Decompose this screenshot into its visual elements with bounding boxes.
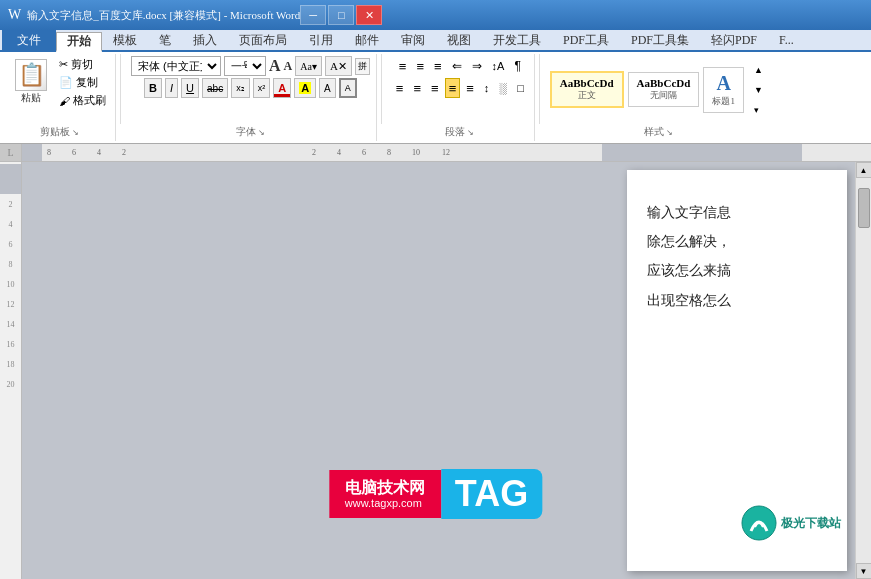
subscript-button[interactable]: x₂ — [231, 78, 250, 98]
font-shading-button[interactable]: A — [319, 78, 336, 98]
document-text[interactable]: 输入文字信息 除怎么解决， 应该怎么来搞 出现空格怎么 — [647, 200, 827, 313]
clipboard-group-label: 剪贴板 ↘ — [40, 123, 79, 139]
minimize-button[interactable]: ─ — [300, 5, 326, 25]
scroll-thumb[interactable] — [858, 188, 870, 228]
divider-2 — [381, 54, 382, 124]
strikethrough-button[interactable]: abc — [202, 78, 228, 98]
clipboard-expand-icon[interactable]: ↘ — [72, 128, 79, 137]
svg-text:6: 6 — [72, 148, 76, 157]
font-expand-icon[interactable]: ↘ — [258, 128, 265, 137]
tab-dev[interactable]: 开发工具 — [482, 30, 552, 50]
styles-content: AaBbCcDd 正文 AaBbCcDd 无间隔 A 标题1 ▲ ▼ ▾ — [550, 56, 767, 123]
shading-button[interactable]: ░ — [495, 78, 511, 98]
vertical-scrollbar[interactable]: ▲ ▼ — [855, 162, 871, 579]
paragraph-group: ≡ ≡ ≡ ⇐ ⇒ ↕A ¶ ≡ ≡ ≡ ≡ ≡ ↕ ░ □ 段落 ↘ — [386, 54, 535, 141]
bold-button[interactable]: B — [144, 78, 162, 98]
font-case-button[interactable]: Aa▾ — [295, 56, 322, 76]
distributed-button[interactable]: ≡ — [462, 78, 478, 98]
scroll-track[interactable] — [856, 178, 871, 563]
watermark-tag: TAG — [441, 469, 542, 519]
clear-format-button[interactable]: A✕ — [325, 56, 352, 76]
multilevel-button[interactable]: ≡ — [430, 56, 446, 76]
tab-view[interactable]: 视图 — [436, 30, 482, 50]
copy-icon: 📄 — [59, 76, 73, 89]
tab-pdf1[interactable]: PDF工具 — [552, 30, 620, 50]
copy-button[interactable]: 📄 复制 — [56, 74, 109, 91]
scroll-up-button[interactable]: ▲ — [856, 162, 872, 178]
close-button[interactable]: ✕ — [356, 5, 382, 25]
v-ruler-mark-12: 12 — [7, 294, 15, 314]
watermark-left: 电脑技术网 www.tagxp.com — [329, 470, 441, 518]
font-group: 宋体 (中文正文) 一号 初号 小初 二号 A A Aa▾ A✕ 拼 B I U… — [125, 54, 377, 141]
char-border-button[interactable]: A — [339, 78, 357, 98]
sort-button[interactable]: ↕A — [488, 56, 509, 76]
style-normal-label: 正文 — [578, 89, 596, 102]
tab-review[interactable]: 审阅 — [390, 30, 436, 50]
style-no-spacing-label: 无间隔 — [650, 89, 677, 102]
doc-line-1: 输入文字信息 — [647, 200, 827, 225]
svg-rect-1 — [22, 144, 42, 161]
format-painter-label: 格式刷 — [73, 93, 106, 108]
styles-expand-icon[interactable]: ↘ — [666, 128, 673, 137]
borders-button[interactable]: □ — [513, 78, 528, 98]
scroll-down-button[interactable]: ▼ — [856, 563, 872, 579]
align-right-button[interactable]: ≡ — [427, 78, 443, 98]
ribbon: 📋 粘贴 ✂ 剪切 📄 复制 🖌 格式刷 剪贴板 — [0, 52, 871, 144]
tab-insert[interactable]: 插入 — [182, 30, 228, 50]
format-painter-button[interactable]: 🖌 格式刷 — [56, 92, 109, 109]
v-ruler-mark-14: 14 — [7, 314, 15, 334]
tab-ref[interactable]: 引用 — [298, 30, 344, 50]
justify-button[interactable]: ≡ — [445, 78, 461, 98]
tab-more[interactable]: F... — [768, 30, 805, 50]
tab-home[interactable]: 开始 — [56, 32, 102, 52]
style-heading1[interactable]: A 标题1 — [703, 67, 744, 113]
clipboard-content: 📋 粘贴 ✂ 剪切 📄 复制 🖌 格式刷 — [10, 56, 109, 123]
v-ruler-mark-16: 16 — [7, 334, 15, 354]
ruler-corner[interactable]: L — [0, 144, 21, 161]
tab-mail[interactable]: 邮件 — [344, 30, 390, 50]
pinyin-button[interactable]: 拼 — [355, 58, 370, 75]
increase-indent-button[interactable]: ⇒ — [468, 56, 486, 76]
align-left-button[interactable]: ≡ — [392, 78, 408, 98]
style-heading1-preview: A — [716, 72, 730, 95]
styles-scroll-up[interactable]: ▲ — [750, 60, 767, 80]
numbering-button[interactable]: ≡ — [412, 56, 428, 76]
highlight-button[interactable]: A — [294, 78, 316, 98]
paragraph-content: ≡ ≡ ≡ ⇐ ⇒ ↕A ¶ ≡ ≡ ≡ ≡ ≡ ↕ ░ □ — [392, 56, 528, 123]
increase-font-button[interactable]: A — [269, 57, 281, 75]
tab-layout[interactable]: 页面布局 — [228, 30, 298, 50]
align-center-button[interactable]: ≡ — [409, 78, 425, 98]
decrease-indent-button[interactable]: ⇐ — [448, 56, 466, 76]
line-spacing-button[interactable]: ↕ — [480, 78, 494, 98]
font-name-select[interactable]: 宋体 (中文正文) — [131, 56, 221, 76]
italic-button[interactable]: I — [165, 78, 178, 98]
doc-line-2: 除怎么解决， — [647, 229, 827, 254]
style-heading1-label: 标题1 — [712, 95, 735, 108]
style-normal[interactable]: AaBbCcDd 正文 — [550, 71, 624, 108]
paragraph-expand-icon[interactable]: ↘ — [467, 128, 474, 137]
tab-template[interactable]: 模板 — [102, 30, 148, 50]
underline-button[interactable]: U — [181, 78, 199, 98]
show-marks-button[interactable]: ¶ — [510, 56, 524, 76]
maximize-button[interactable]: □ — [328, 5, 354, 25]
format-painter-icon: 🖌 — [59, 95, 70, 107]
tab-pen[interactable]: 笔 — [148, 30, 182, 50]
horizontal-ruler: 8 6 4 2 2 4 6 8 10 12 — [22, 144, 871, 161]
bullets-button[interactable]: ≡ — [395, 56, 411, 76]
doc-line-3: 应该怎么来搞 — [647, 258, 827, 283]
tab-file[interactable]: 文件 — [2, 30, 56, 50]
styles-scroll-down[interactable]: ▼ — [750, 80, 767, 100]
styles-group-label: 样式 ↘ — [644, 123, 673, 139]
style-no-spacing[interactable]: AaBbCcDd 无间隔 — [628, 72, 700, 107]
tab-light[interactable]: 轻闪PDF — [700, 30, 768, 50]
decrease-font-button[interactable]: A — [284, 59, 293, 74]
tab-pdf2[interactable]: PDF工具集 — [620, 30, 700, 50]
cut-button[interactable]: ✂ 剪切 — [56, 56, 109, 73]
font-color-button[interactable]: A — [273, 78, 291, 98]
styles-more[interactable]: ▾ — [750, 100, 767, 120]
svg-text:12: 12 — [442, 148, 450, 157]
clipboard-group: 📋 粘贴 ✂ 剪切 📄 复制 🖌 格式刷 剪贴板 — [4, 54, 116, 141]
superscript-button[interactable]: x² — [253, 78, 271, 98]
paste-button[interactable]: 📋 粘贴 — [10, 56, 52, 108]
font-size-select[interactable]: 一号 初号 小初 二号 — [224, 56, 266, 76]
